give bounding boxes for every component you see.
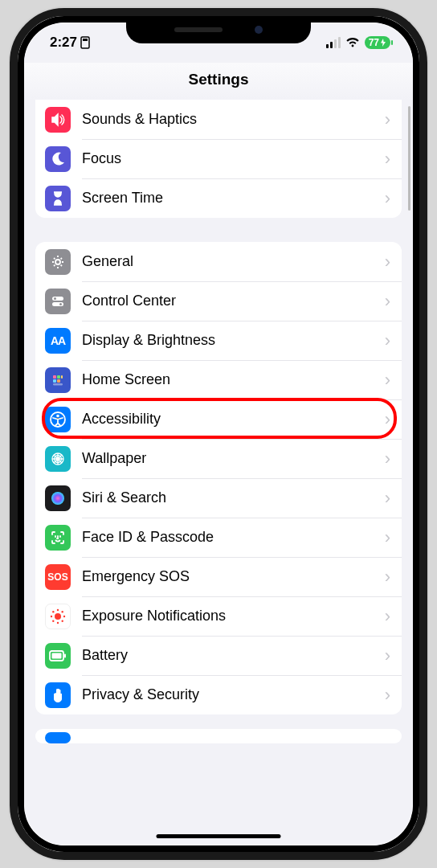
control-center-icon: [45, 289, 71, 314]
svg-point-6: [59, 303, 62, 305]
row-exposure-notifications[interactable]: Exposure Notifications ›: [35, 596, 402, 636]
privacy-icon: [45, 682, 71, 708]
row-label: Privacy & Security: [82, 686, 385, 703]
exposure-icon: [45, 604, 71, 629]
row-battery[interactable]: Battery ›: [35, 636, 402, 675]
row-accessibility[interactable]: Accessibility ›: [35, 399, 402, 439]
svg-point-21: [57, 621, 59, 623]
row-sounds-haptics[interactable]: Sounds & Haptics ›: [35, 100, 402, 139]
svg-point-4: [54, 297, 56, 300]
row-label: Face ID & Passcode: [82, 529, 385, 546]
wifi-icon: [345, 37, 360, 48]
chevron-right-icon: ›: [385, 370, 390, 391]
row-label: Battery: [82, 647, 385, 664]
svg-point-27: [62, 620, 63, 621]
section-device: Sounds & Haptics › Focus › Screen Time ›: [35, 100, 402, 218]
row-peek[interactable]: [35, 729, 402, 743]
chevron-right-icon: ›: [385, 488, 390, 509]
row-siri-search[interactable]: Siri & Search ›: [35, 478, 402, 518]
chevron-right-icon: ›: [385, 606, 390, 627]
row-label: Control Center: [82, 293, 385, 309]
svg-point-25: [62, 611, 63, 612]
face-id-icon: [45, 525, 71, 551]
chevron-right-icon: ›: [385, 149, 390, 170]
svg-point-20: [57, 608, 59, 610]
cellular-signal-icon: [326, 37, 341, 48]
svg-point-26: [52, 620, 54, 621]
chevron-right-icon: ›: [385, 645, 390, 666]
svg-point-14: [56, 414, 59, 417]
svg-rect-1: [83, 39, 88, 41]
chevron-right-icon: ›: [385, 109, 390, 130]
battery-indicator: 77: [365, 36, 390, 49]
home-indicator[interactable]: [157, 834, 281, 838]
display-icon: AA: [45, 328, 71, 354]
chevron-right-icon: ›: [385, 409, 390, 430]
scroll-indicator[interactable]: [408, 106, 410, 211]
card-icon: [80, 36, 90, 49]
row-screen-time[interactable]: Screen Time ›: [35, 178, 402, 218]
row-label: Siri & Search: [82, 489, 385, 506]
row-label: Sounds & Haptics: [82, 111, 385, 128]
general-icon: [45, 249, 71, 275]
row-label: General: [82, 253, 385, 270]
row-label: Accessibility: [82, 411, 385, 428]
svg-point-22: [51, 615, 52, 616]
row-label: Screen Time: [82, 190, 385, 207]
row-label: Display & Brightness: [82, 332, 385, 349]
chevron-right-icon: ›: [385, 448, 390, 469]
row-control-center[interactable]: Control Center ›: [35, 281, 402, 321]
chevron-right-icon: ›: [385, 330, 390, 351]
svg-point-23: [63, 615, 65, 616]
screen-time-icon: [45, 186, 71, 211]
page-title: Settings: [24, 63, 413, 100]
row-label: Emergency SOS: [82, 568, 385, 585]
svg-rect-11: [57, 379, 60, 383]
svg-rect-30: [64, 653, 66, 657]
chevron-right-icon: ›: [385, 291, 390, 312]
battery-icon: [45, 643, 71, 669]
row-wallpaper[interactable]: Wallpaper ›: [35, 439, 402, 478]
row-emergency-sos[interactable]: SOS Emergency SOS ›: [35, 557, 402, 596]
chevron-right-icon: ›: [385, 527, 390, 548]
svg-point-24: [52, 611, 54, 612]
svg-point-19: [55, 613, 61, 620]
row-home-screen[interactable]: Home Screen ›: [35, 360, 402, 399]
svg-rect-7: [53, 375, 56, 379]
chevron-right-icon: ›: [385, 188, 390, 209]
row-face-id[interactable]: Face ID & Passcode ›: [35, 518, 402, 557]
section-general-group: General › Control Center › AA Display & …: [35, 242, 402, 714]
status-time: 2:27: [50, 35, 77, 51]
iphone-device-frame: 2:27 77 Settings Soun: [10, 8, 427, 860]
row-general[interactable]: General ›: [35, 242, 402, 281]
svg-point-2: [55, 260, 60, 264]
row-focus[interactable]: Focus ›: [35, 139, 402, 178]
row-label: Wallpaper: [82, 450, 385, 467]
chevron-right-icon: ›: [385, 567, 390, 588]
wallpaper-icon: [45, 446, 71, 472]
svg-rect-10: [53, 379, 56, 383]
row-label: Home Screen: [82, 371, 385, 388]
chevron-right-icon: ›: [385, 685, 390, 706]
svg-rect-29: [52, 653, 62, 658]
sos-icon: SOS: [45, 564, 71, 590]
accessibility-icon: [45, 407, 71, 432]
chevron-right-icon: ›: [385, 252, 390, 272]
siri-icon: [45, 485, 71, 511]
settings-list[interactable]: Sounds & Haptics › Focus › Screen Time ›: [24, 100, 413, 845]
home-screen-icon: [45, 367, 71, 393]
section-next-peek: [35, 729, 402, 743]
svg-rect-12: [53, 383, 63, 386]
svg-point-18: [51, 492, 64, 505]
svg-rect-9: [61, 375, 63, 379]
notch: [126, 16, 311, 43]
row-label: Exposure Notifications: [82, 608, 385, 624]
row-display-brightness[interactable]: AA Display & Brightness ›: [35, 321, 402, 360]
row-label: Focus: [82, 150, 385, 167]
peek-icon: [45, 732, 71, 743]
sounds-icon: [45, 107, 71, 133]
row-privacy-security[interactable]: Privacy & Security ›: [35, 675, 402, 714]
focus-icon: [45, 146, 71, 172]
svg-rect-8: [57, 375, 60, 379]
